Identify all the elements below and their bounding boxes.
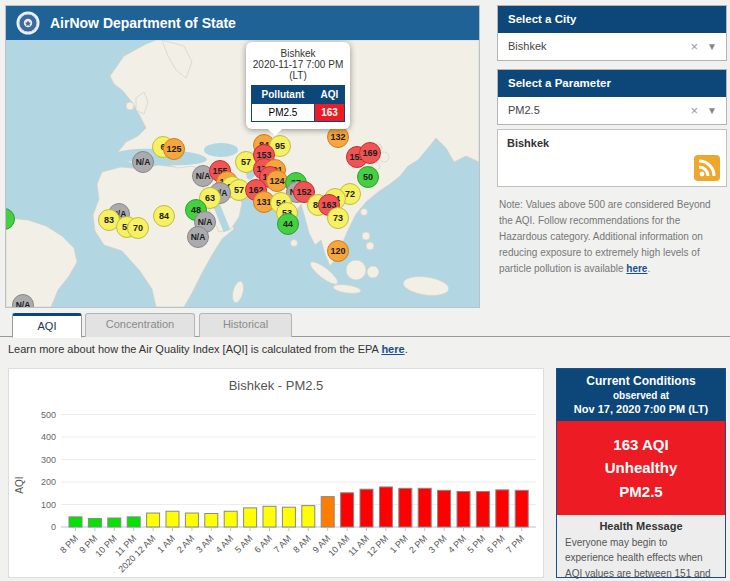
- x-axis-label: 10 PM: [93, 533, 118, 558]
- x-axis-label: 12 PM: [365, 533, 390, 558]
- aqi-bar-chart: 0100200300400500AQI8 PM9 PM10 PM11 PM17,…: [9, 393, 542, 573]
- tab-aqi[interactable]: AQI: [12, 313, 82, 338]
- aqi-bar[interactable]: [341, 493, 354, 527]
- aqi-bar[interactable]: [321, 497, 334, 527]
- aqi-bar[interactable]: [108, 518, 121, 527]
- parameter-panel: Select a Parameter PM2.5 × ▼: [497, 69, 727, 125]
- aqi-bar[interactable]: [185, 513, 198, 527]
- aqi-bar[interactable]: [263, 506, 276, 527]
- aqi-bar[interactable]: [302, 506, 315, 527]
- learn-more-here-link[interactable]: here: [381, 343, 404, 355]
- aqi-bar[interactable]: [457, 491, 470, 527]
- basemap: [6, 40, 479, 307]
- conditions-title: Current Conditions: [561, 374, 721, 388]
- chevron-down-icon[interactable]: ▼: [707, 33, 717, 60]
- svg-text:400: 400: [41, 432, 56, 442]
- aqi-bar[interactable]: [438, 490, 451, 527]
- conditions-aqi-category: Unhealthy: [561, 456, 721, 479]
- aqi-bar[interactable]: [399, 488, 412, 527]
- popup-table: Pollutant AQI PM2.5 163: [251, 85, 345, 122]
- x-axis-label: 7 AM: [272, 533, 294, 555]
- aqi-map-marker[interactable]: 73: [327, 207, 349, 229]
- x-axis-label: 1 AM: [155, 533, 177, 555]
- clear-icon[interactable]: ×: [690, 33, 698, 60]
- x-axis-label: 6 PM: [485, 533, 507, 555]
- x-axis-label: 5 PM: [465, 533, 487, 555]
- aqi-map-marker[interactable]: 50: [357, 166, 379, 188]
- parameter-select-value: PM2.5: [508, 97, 540, 124]
- x-axis-label: 5 AM: [233, 533, 255, 555]
- parameter-select[interactable]: PM2.5 × ▼: [498, 97, 726, 124]
- aqi-bar[interactable]: [205, 514, 218, 528]
- tab-historical[interactable]: Historical: [199, 313, 292, 337]
- map-header: AirNow Department of State: [6, 6, 479, 40]
- x-axis-label: 2 AM: [175, 533, 197, 555]
- health-message-block: Health Message Everyone may begin to exp…: [557, 515, 725, 581]
- aqi-bar[interactable]: [166, 511, 179, 527]
- feed-box[interactable]: Bishkek: [497, 129, 727, 187]
- svg-text:AQI: AQI: [14, 476, 25, 493]
- aqi-bar[interactable]: [282, 507, 295, 527]
- x-axis-label: 4 PM: [446, 533, 468, 555]
- aqi-map-marker[interactable]: 120: [327, 240, 349, 262]
- popup-datetime-lt: (LT): [251, 70, 345, 81]
- aqi-map-marker[interactable]: 132: [327, 126, 349, 148]
- x-axis-label: 7 PM: [504, 533, 526, 555]
- popup-aqi-header: AQI: [314, 86, 344, 104]
- conditions-aqi-block: 163 AQI Unhealthy PM2.5: [557, 421, 725, 515]
- aqi-map-marker[interactable]: N/A: [187, 226, 209, 248]
- x-axis-label: 4 AM: [214, 533, 236, 555]
- conditions-aqi-value: 163 AQI: [561, 433, 721, 456]
- x-axis-label: 8 AM: [291, 533, 313, 555]
- current-conditions-panel: Current Conditions observed at Nov 17, 2…: [556, 368, 726, 578]
- tab-concentration[interactable]: Concentration: [85, 313, 195, 337]
- svg-text:300: 300: [41, 455, 56, 465]
- city-select[interactable]: Bishkek × ▼: [498, 33, 726, 60]
- aqi-bar[interactable]: [418, 488, 431, 527]
- rss-icon[interactable]: [694, 155, 720, 181]
- map-panel: AirNow Department of State: [5, 5, 480, 308]
- conditions-header: Current Conditions observed at Nov 17, 2…: [557, 369, 725, 421]
- conditions-datetime: Nov 17, 2020 7:00 PM (LT): [561, 403, 721, 415]
- aqi-map-marker[interactable]: 125: [163, 138, 185, 160]
- note-here-link[interactable]: here: [626, 263, 647, 274]
- aqi-bar[interactable]: [147, 513, 160, 527]
- aqi-map-marker[interactable]: 84: [153, 205, 175, 227]
- aqi-bar[interactable]: [515, 490, 528, 527]
- svg-text:200: 200: [41, 477, 56, 487]
- world-map[interactable]: N/A612557N/A1551429557N/A634884N/A835870…: [6, 40, 479, 307]
- aqi-map-marker[interactable]: 44: [277, 213, 299, 235]
- aqi-map-marker[interactable]: 169: [359, 142, 381, 164]
- note-text: Note: Values above 500 are considered Be…: [499, 199, 711, 274]
- conditions-observed-at: observed at: [561, 390, 721, 401]
- aqi-map-marker[interactable]: N/A: [132, 151, 154, 173]
- health-message-text: Everyone may begin to experience health …: [565, 535, 717, 581]
- aqi-bar[interactable]: [360, 489, 373, 527]
- aqi-bar[interactable]: [88, 518, 101, 527]
- aqi-bar[interactable]: [496, 490, 509, 527]
- svg-text:0: 0: [51, 522, 56, 532]
- aqi-bar[interactable]: [69, 517, 82, 527]
- clear-icon[interactable]: ×: [690, 97, 698, 124]
- conditions-pollutant: PM2.5: [561, 480, 721, 503]
- aqi-bar[interactable]: [476, 491, 489, 527]
- city-panel-header: Select a City: [498, 6, 726, 33]
- state-department-seal-icon: [16, 11, 40, 35]
- popup-pollutant-header: Pollutant: [252, 86, 315, 104]
- chevron-down-icon[interactable]: ▼: [707, 97, 717, 124]
- sidebar-note: Note: Values above 500 are considered Be…: [499, 197, 725, 277]
- popup-datetime: 2020-11-17 7:00 PM: [251, 59, 345, 70]
- x-axis-label: 3 PM: [427, 533, 449, 555]
- aqi-bar[interactable]: [224, 511, 237, 527]
- city-select-value: Bishkek: [508, 33, 547, 60]
- chart-panel: Bishkek - PM2.5 0100200300400500AQI8 PM9…: [8, 368, 544, 578]
- svg-text:500: 500: [41, 410, 56, 420]
- x-axis-label: 8 PM: [58, 533, 80, 555]
- learn-more-text: Learn more about how the Air Quality Ind…: [8, 343, 408, 355]
- popup-pollutant-value: PM2.5: [252, 104, 315, 122]
- aqi-bar[interactable]: [127, 517, 140, 527]
- aqi-bar[interactable]: [379, 487, 392, 527]
- aqi-map-marker[interactable]: 70: [127, 217, 149, 239]
- svg-text:100: 100: [41, 500, 56, 510]
- aqi-bar[interactable]: [244, 508, 257, 527]
